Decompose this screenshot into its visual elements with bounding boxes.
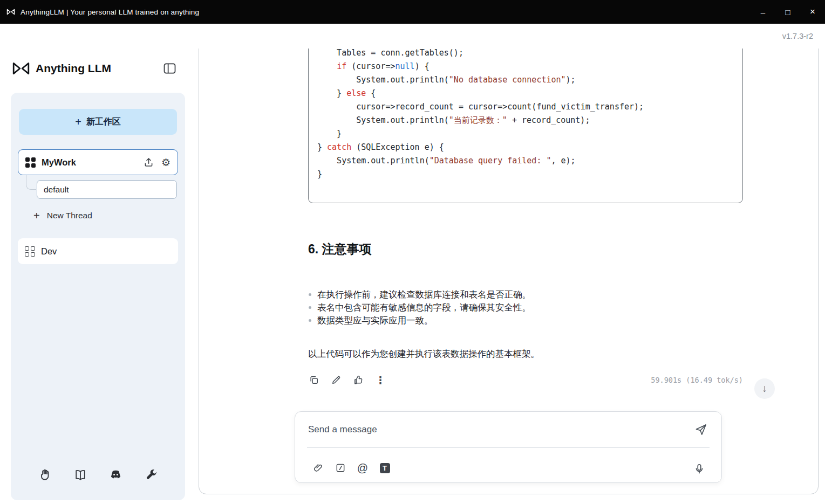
- titlebar: AnythingLLM | Your personal LLM trained …: [0, 0, 825, 24]
- new-workspace-button[interactable]: + 新工作区: [19, 109, 177, 135]
- attach-file-icon[interactable]: [312, 462, 324, 474]
- plus-icon: +: [33, 210, 40, 221]
- thread-connector-line: [26, 175, 36, 190]
- edit-pencil-icon[interactable]: [330, 374, 342, 386]
- workspace-name: Dev: [41, 246, 57, 257]
- mention-at-icon[interactable]: @: [357, 462, 369, 474]
- note-item: 在执行操作前，建议检查数据库连接和表名是否正确。: [308, 288, 743, 301]
- note-item: 表名中包含可能有敏感信息的字段，请确保其安全性。: [308, 301, 743, 314]
- minimize-button[interactable]: –: [751, 0, 775, 24]
- window-title: AnythingLLM | Your personal LLM trained …: [21, 8, 199, 16]
- new-workspace-label: 新工作区: [86, 116, 121, 128]
- code-block: Tables = conn.getTables(); if (cursor=>n…: [308, 39, 743, 203]
- brand-row: Anything LLM: [0, 49, 190, 75]
- version-label: v1.7.3-r2: [782, 32, 813, 40]
- new-thread-button[interactable]: + New Thread: [33, 208, 185, 224]
- assistant-message: Tables = conn.getTables(); if (cursor=>n…: [199, 39, 818, 386]
- docs-book-icon[interactable]: [73, 468, 87, 482]
- workspace-item-mywork[interactable]: MyWork ⚙: [18, 149, 178, 175]
- down-arrow-icon: ↓: [762, 383, 767, 395]
- microphone-icon[interactable]: [693, 462, 705, 475]
- new-thread-label: New Thread: [47, 211, 92, 220]
- close-button[interactable]: ×: [800, 0, 825, 24]
- workspace-grid-outline-icon: [25, 246, 35, 257]
- discord-icon[interactable]: [108, 468, 123, 482]
- code-lines: Tables = conn.getTables(); if (cursor=>n…: [317, 46, 734, 181]
- upload-icon[interactable]: [143, 157, 154, 168]
- message-action-row: ⋮ 59.901s (16.49 tok/s): [308, 374, 743, 386]
- community-hand-icon[interactable]: [38, 468, 52, 482]
- workspace-settings-icon[interactable]: ⚙: [161, 157, 171, 168]
- chat-container: Tables = conn.getTables(); if (cursor=>n…: [199, 30, 819, 494]
- message-input[interactable]: [308, 418, 687, 441]
- workspace-item-dev[interactable]: Dev: [18, 238, 178, 264]
- composer-tools-row: @ T: [312, 462, 391, 474]
- sidebar-panel: + 新工作区 MyWork ⚙ default + New Thread: [11, 93, 185, 500]
- thread-item-default[interactable]: default: [37, 180, 177, 199]
- scroll-to-bottom-button[interactable]: ↓: [754, 378, 775, 399]
- brand-logo-icon: [12, 61, 30, 75]
- composer-divider: [307, 447, 710, 448]
- more-options-icon[interactable]: ⋮: [374, 374, 386, 386]
- send-icon[interactable]: [694, 423, 707, 436]
- section-heading: 6. 注意事项: [308, 241, 743, 258]
- settings-wrench-icon[interactable]: [144, 468, 158, 482]
- app-logo-icon: [6, 9, 15, 15]
- text-size-icon[interactable]: T: [379, 462, 391, 474]
- maximize-button[interactable]: □: [775, 0, 800, 24]
- copy-icon[interactable]: [308, 374, 320, 386]
- plus-icon: +: [75, 116, 81, 127]
- closing-paragraph: 以上代码可以作为您创建并执行该表数据操作的基本框架。: [308, 348, 743, 360]
- workspace-grid-icon: [25, 157, 36, 168]
- notes-list: 在执行操作前，建议检查数据库连接和表名是否正确。表名中包含可能有敏感信息的字段，…: [308, 288, 743, 327]
- thread-name: default: [44, 185, 69, 195]
- brand-name: Anything LLM: [36, 62, 111, 75]
- workspace-name: MyWork: [42, 157, 137, 168]
- sidebar: Anything LLM + 新工作区 MyWork ⚙: [0, 49, 190, 504]
- thumbs-up-icon[interactable]: [352, 374, 364, 386]
- note-item: 数据类型应与实际应用一致。: [308, 314, 743, 327]
- response-timing: 59.901s (16.49 tok/s): [651, 376, 743, 384]
- sidebar-footer: [11, 468, 185, 482]
- header-strip: v1.7.3-r2: [0, 24, 825, 49]
- message-composer: @ T: [295, 411, 722, 483]
- slash-command-icon[interactable]: [335, 462, 346, 474]
- sidebar-toggle-icon[interactable]: [163, 63, 176, 74]
